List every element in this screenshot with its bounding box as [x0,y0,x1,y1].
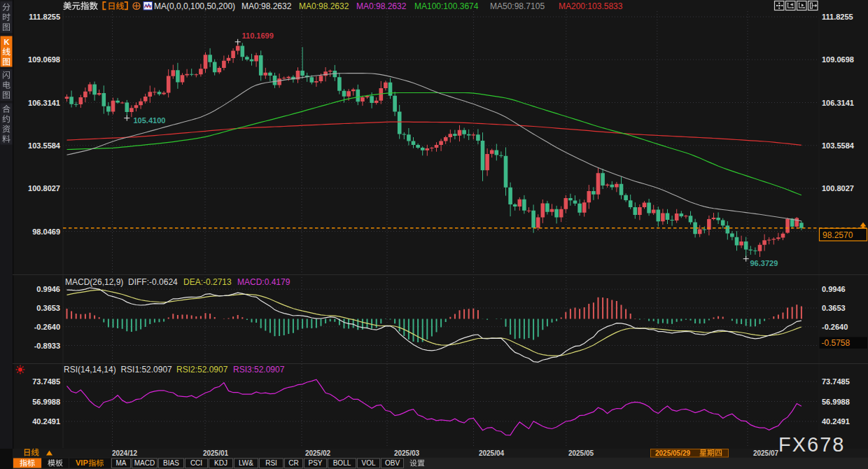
svg-text:2025/05: 2025/05 [568,449,594,457]
svg-text:MACD: MACD [134,459,155,467]
svg-text:40.2491: 40.2491 [822,417,850,426]
svg-text:MA0:98.2632: MA0:98.2632 [241,1,292,11]
svg-text:2025/01: 2025/01 [203,449,229,457]
svg-text:RSI(14,14,14) RSI1:52.0907: RSI(14,14,14) RSI1:52.0907 [64,365,172,374]
svg-text:-0.5758: -0.5758 [822,338,850,348]
svg-text:98.2570: 98.2570 [822,230,853,240]
svg-text:100.8027: 100.8027 [822,184,854,192]
svg-text:MA0:98.2632: MA0:98.2632 [356,1,407,11]
svg-text:109.0698: 109.0698 [822,55,854,64]
svg-text:MA50:98.7105: MA50:98.7105 [490,1,545,11]
svg-text:RSI2:52.0907: RSI2:52.0907 [176,365,228,374]
svg-text:VOL: VOL [361,459,375,467]
svg-text:56.9988: 56.9988 [32,398,60,406]
svg-text:111.8255: 111.8255 [822,13,853,21]
svg-text:2025/07: 2025/07 [753,449,779,457]
svg-text:0.3653: 0.3653 [36,304,60,312]
svg-text:DEA:-0.2713: DEA:-0.2713 [183,277,232,287]
svg-text:0.9946: 0.9946 [36,285,60,293]
svg-text:73.7485: 73.7485 [822,377,850,386]
svg-text:BIAS: BIAS [163,459,179,467]
svg-text:0.3653: 0.3653 [822,304,846,312]
svg-text:98.0469: 98.0469 [32,227,60,236]
svg-text:K: K [4,38,10,46]
svg-text:MA: MA [116,459,127,467]
svg-text:73.7485: 73.7485 [32,377,60,386]
svg-text:VIP: VIP [76,458,88,467]
svg-text:109.0698: 109.0698 [28,55,60,64]
svg-text:CR: CR [288,459,298,467]
svg-text:BOLL: BOLL [333,459,351,467]
svg-text:2025/05/29: 2025/05/29 [655,449,690,457]
svg-text:105.4100: 105.4100 [134,116,166,125]
svg-text:-0.2640: -0.2640 [822,323,848,331]
svg-text:RSI: RSI [265,459,277,467]
svg-text:CCI: CCI [190,459,202,467]
svg-text:MA200:103.5833: MA200:103.5833 [559,1,623,11]
svg-text:100.8027: 100.8027 [28,184,60,192]
svg-text:KDJ: KDJ [214,459,227,467]
svg-text:PSY: PSY [308,459,322,467]
svg-text:106.3141: 106.3141 [822,99,854,107]
svg-text:2025/03: 2025/03 [394,449,420,457]
svg-text:40.2491: 40.2491 [32,417,60,426]
svg-text:110.1699: 110.1699 [242,31,274,40]
svg-text:RSI3:52.0907: RSI3:52.0907 [233,365,285,374]
svg-text:FX678: FX678 [778,433,845,456]
svg-text:-0.2640: -0.2640 [34,323,60,331]
svg-text:-0.8933: -0.8933 [34,342,60,350]
svg-text:MA(0,0,0,100,50,200): MA(0,0,0,100,50,200) [154,1,235,11]
svg-text:2024/12: 2024/12 [112,449,138,457]
svg-text:103.5584: 103.5584 [822,141,855,150]
svg-text:2025/02: 2025/02 [305,449,331,457]
svg-text:MACD:0.4179: MACD:0.4179 [237,277,290,287]
svg-text:103.5584: 103.5584 [28,141,61,150]
svg-text:OBV: OBV [385,459,400,467]
svg-text:0.9946: 0.9946 [822,285,846,293]
svg-text:MA0:98.2632: MA0:98.2632 [299,1,349,11]
svg-text:MA100:100.3674: MA100:100.3674 [414,1,479,11]
svg-text:MACD(26,12,9) DIFF:-0.0624: MACD(26,12,9) DIFF:-0.0624 [65,277,178,287]
svg-text:111.8255: 111.8255 [29,13,60,21]
svg-text:56.9988: 56.9988 [822,398,850,406]
svg-text:96.3729: 96.3729 [750,259,778,267]
svg-text:LW&: LW& [239,459,253,467]
svg-text:2025/04: 2025/04 [479,449,505,457]
svg-text:106.3141: 106.3141 [28,99,60,107]
